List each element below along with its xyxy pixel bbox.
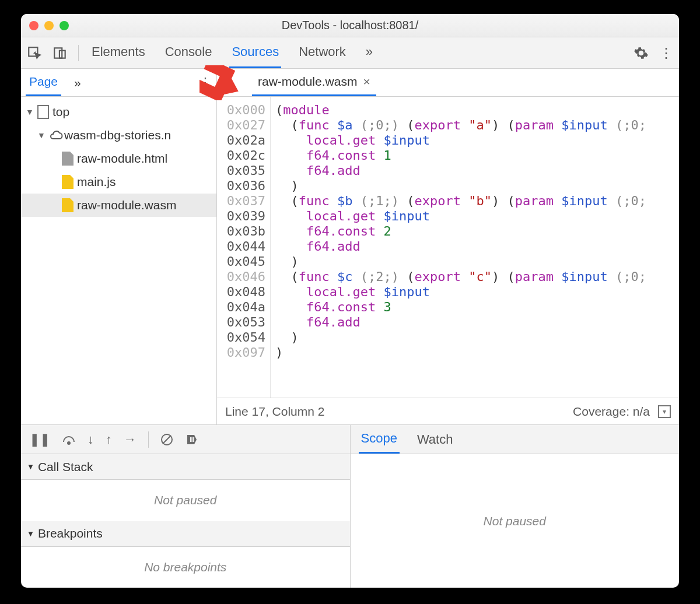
file-icon [62,198,74,212]
gutter-address[interactable]: 0x054 [223,330,265,345]
file-tree: ▼ top ▼ wasm-dbg-stories.n raw-module.ht… [21,97,216,220]
window-title: DevTools - localhost:8081/ [21,19,679,32]
tab-network[interactable]: Network [296,37,348,68]
panel-tabs: Elements Console Sources Network » [89,37,375,68]
svg-line-6 [163,436,171,444]
cursor-position: Line 17, Column 2 [225,405,324,419]
separator [78,45,79,61]
tab-console[interactable]: Console [163,37,215,68]
gutter-address[interactable]: 0x053 [223,315,265,330]
breakpoints-body: No breakpoints [21,547,350,588]
debug-right-pane: Scope Watch Not paused [351,425,680,588]
gutter-address[interactable]: 0x046 [223,269,265,285]
tab-scope[interactable]: Scope [359,425,400,454]
sidebar-tab-page[interactable]: Page [26,69,61,96]
gutter-address[interactable]: 0x035 [223,163,265,178]
code-content[interactable]: (module (func $a (;0;) (export "a") (par… [271,97,646,398]
main-toolbar: Elements Console Sources Network » ⋮ [21,37,679,69]
code-editor: raw-module.wasm × 0x0000x0270x02a0x02c0x… [217,69,679,424]
coverage-status: Coverage: n/a [573,405,650,419]
editor-statusbar: Line 17, Column 2 Coverage: n/a [217,398,679,424]
gutter-address[interactable]: 0x045 [223,254,265,269]
section-title: Breakpoints [38,526,103,540]
file-icon [62,175,74,189]
main-area: Page » ⋮ ▼ top ▼ wasm-dbg-stories.n [21,69,679,424]
debug-toolbar: ❚❚ ↓ ↑ → [21,425,350,454]
gutter-address[interactable]: 0x02c [223,148,265,163]
debug-left-pane: ❚❚ ↓ ↑ → ▼ Call Stack Not paused ▼ Break… [21,425,351,588]
tree-frame-top[interactable]: ▼ top [21,100,216,124]
scope-body: Not paused [351,454,680,588]
annotation-arrow-icon [200,65,240,100]
tree-file-js[interactable]: main.js [21,170,216,194]
tree-label: wasm-dbg-stories.n [64,128,171,142]
gutter-address[interactable]: 0x02a [223,133,265,148]
separator [148,431,149,448]
tree-label: raw-module.wasm [77,198,176,212]
gutter-address[interactable]: 0x037 [223,194,265,209]
svg-marker-3 [200,65,240,100]
tab-sources[interactable]: Sources [229,37,281,68]
deactivate-breakpoints-icon[interactable] [160,433,173,446]
devtools-window: DevTools - localhost:8081/ Elements Cons… [21,14,679,588]
tabs-overflow[interactable]: » [363,37,375,68]
code-area[interactable]: 0x0000x0270x02a0x02c0x0350x0360x0370x039… [217,97,679,398]
tree-label: raw-module.html [77,152,167,166]
tab-watch[interactable]: Watch [415,426,456,453]
pause-on-exceptions-icon[interactable] [185,433,199,447]
gutter-address[interactable]: 0x036 [223,178,265,194]
step-out-icon[interactable]: ↑ [106,432,112,447]
titlebar: DevTools - localhost:8081/ [21,14,679,37]
gutter-address[interactable]: 0x027 [223,118,265,133]
svg-point-4 [68,442,70,444]
gutter-address[interactable]: 0x03b [223,224,265,239]
gutter-address[interactable]: 0x048 [223,285,265,300]
gutter[interactable]: 0x0000x0270x02a0x02c0x0350x0360x0370x039… [217,97,271,398]
caret-down-icon: ▼ [37,131,46,140]
step-over-icon[interactable] [62,434,76,445]
statusbar-menu-icon[interactable] [658,405,671,418]
pause-icon[interactable]: ❚❚ [29,432,50,447]
debug-right-tabs: Scope Watch [351,425,680,454]
inspect-element-icon[interactable] [27,45,42,61]
editor-tab-label: raw-module.wasm [258,75,357,89]
gear-icon[interactable] [634,45,649,61]
cloud-icon [49,128,61,142]
gutter-address[interactable]: 0x000 [223,103,265,118]
kebab-menu-icon[interactable]: ⋮ [659,45,673,61]
gutter-address[interactable]: 0x039 [223,209,265,224]
svg-rect-8 [192,437,194,442]
frame-icon [37,105,49,119]
device-toggle-icon[interactable] [52,45,68,61]
file-icon [62,152,74,166]
breakpoints-header[interactable]: ▼ Breakpoints [21,521,350,547]
debugger-panel: ❚❚ ↓ ↑ → ▼ Call Stack Not paused ▼ Break… [21,424,679,588]
editor-tabs: raw-module.wasm × [217,69,679,97]
sidebar-tabs: Page » ⋮ [21,69,216,97]
editor-tab-wasm[interactable]: raw-module.wasm × [252,69,376,96]
step-icon[interactable]: → [124,432,136,447]
caret-down-icon: ▼ [27,529,34,538]
tree-label: main.js [77,175,116,189]
tab-elements[interactable]: Elements [89,37,148,68]
step-into-icon[interactable]: ↓ [88,432,94,447]
caret-down-icon: ▼ [26,107,34,117]
close-tab-icon[interactable]: × [363,75,370,89]
section-title: Call Stack [38,460,93,474]
caret-down-icon: ▼ [27,462,34,471]
tree-label: top [52,105,69,119]
gutter-address[interactable]: 0x044 [223,239,265,254]
tree-file-html[interactable]: raw-module.html [21,147,216,170]
sources-sidebar: Page » ⋮ ▼ top ▼ wasm-dbg-stories.n [21,69,217,424]
callstack-header[interactable]: ▼ Call Stack [21,454,350,480]
svg-rect-7 [190,437,192,442]
tree-file-wasm[interactable]: raw-module.wasm [21,194,216,217]
gutter-address[interactable]: 0x097 [223,345,265,360]
svg-rect-1 [54,48,62,58]
tree-domain[interactable]: ▼ wasm-dbg-stories.n [21,124,216,147]
sidebar-tabs-overflow[interactable]: » [71,70,85,96]
callstack-body: Not paused [21,480,350,521]
gutter-address[interactable]: 0x04a [223,300,265,315]
